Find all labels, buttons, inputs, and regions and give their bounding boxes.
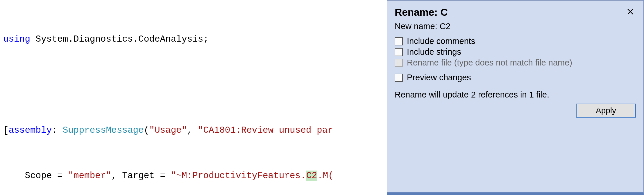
rename-panel: Rename: C New name: C2 Include comments … — [387, 0, 644, 195]
close-icon[interactable] — [625, 6, 636, 17]
checkbox-icon[interactable] — [395, 74, 403, 82]
checkbox-icon — [395, 59, 403, 67]
code-line[interactable] — [1, 77, 387, 92]
code-text: ( — [144, 125, 149, 135]
code-text: , — [187, 125, 198, 135]
string-literal: "Usage" — [149, 125, 187, 135]
code-line[interactable]: using System.Diagnostics.CodeAnalysis; — [1, 32, 387, 47]
rename-status: Rename will update 2 references in 1 fil… — [395, 90, 636, 100]
checkbox-label: Rename file (type does not match file na… — [407, 58, 572, 68]
apply-button[interactable]: Apply — [576, 104, 636, 118]
checkbox-label: Include strings — [407, 47, 461, 57]
new-name-value: C2 — [440, 22, 450, 31]
new-name-row: New name: C2 — [395, 22, 636, 31]
new-name-label: New name: — [395, 22, 440, 31]
checkbox-rename-file: Rename file (type does not match file na… — [395, 58, 636, 68]
checkbox-label: Include comments — [407, 36, 475, 46]
code-line[interactable]: Scope = "member", Target = "~M:Productiv… — [1, 168, 387, 183]
code-editor[interactable]: using System.Diagnostics.CodeAnalysis; [… — [0, 0, 387, 195]
checkbox-include-comments[interactable]: Include comments — [395, 36, 636, 46]
code-text: : — [52, 125, 62, 135]
rename-reference: C2 — [306, 171, 317, 181]
string-literal: "CA1801:Review unused par — [198, 125, 333, 135]
string-literal: "member" — [68, 171, 111, 181]
code-text: , Target = — [111, 171, 171, 181]
keyword: using — [3, 34, 30, 44]
rename-title: Rename: C — [395, 6, 448, 18]
checkbox-preview-changes[interactable]: Preview changes — [395, 73, 636, 82]
code-text: Scope = — [3, 171, 68, 181]
checkbox-label: Preview changes — [407, 73, 471, 82]
code-text: System.Diagnostics.CodeAnalysis; — [30, 34, 209, 44]
keyword: assembly — [9, 125, 52, 135]
checkbox-include-strings[interactable]: Include strings — [395, 47, 636, 57]
checkbox-icon[interactable] — [395, 37, 403, 45]
checkbox-icon[interactable] — [395, 48, 403, 56]
string-literal: "~M:ProductivityFeatures. — [171, 171, 306, 181]
string-literal: .M( — [317, 171, 334, 181]
type-name: SuppressMessage — [63, 125, 144, 135]
code-line[interactable]: [assembly: SuppressMessage("Usage", "CA1… — [1, 123, 387, 138]
code-text: [ — [3, 125, 9, 135]
